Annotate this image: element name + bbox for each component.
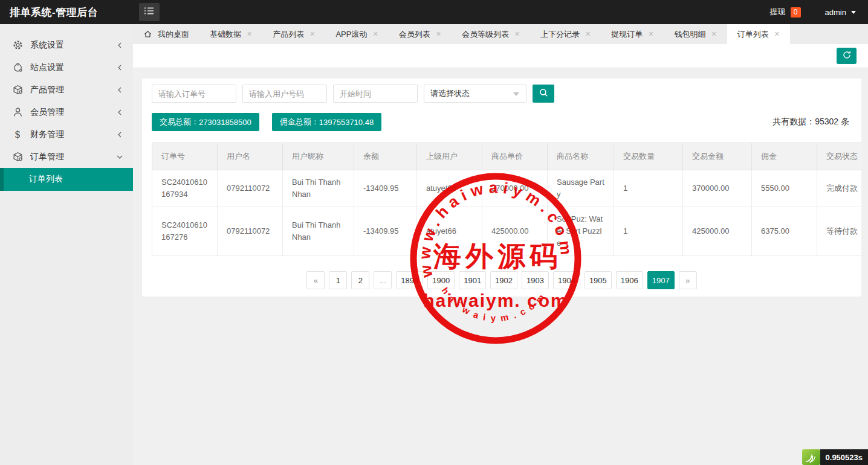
- table-cell: 1: [614, 207, 683, 256]
- page-button-1906[interactable]: 1906: [616, 271, 643, 289]
- sidebar-item-label: 站点设置: [30, 62, 116, 73]
- header-right: 提现 0 admin: [770, 7, 868, 18]
- table-cell: 5550.00: [752, 170, 817, 207]
- tab-我的桌面[interactable]: 我的桌面: [133, 24, 199, 44]
- tab-close-icon[interactable]: ✕: [247, 31, 252, 37]
- tab-close-icon[interactable]: ✕: [514, 31, 520, 37]
- orders-table-wrap: 订单号用户名用户昵称余额上级用户商品单价商品名称交易数量交易金额佣金交易状态 S…: [152, 143, 861, 256]
- page-prev-button[interactable]: «: [306, 271, 325, 289]
- column-header-佣金: 佣金: [752, 143, 817, 170]
- tab-close-icon[interactable]: ✕: [309, 31, 315, 37]
- select-caret-icon: [513, 92, 519, 99]
- tab-基础数据[interactable]: 基础数据✕: [199, 24, 262, 44]
- search-button[interactable]: [533, 85, 554, 103]
- start-time-input[interactable]: [333, 85, 418, 103]
- page-button-1902[interactable]: 1902: [490, 271, 517, 289]
- user-no-input[interactable]: [242, 85, 327, 103]
- app-title: 排单系统-管理后台: [0, 5, 133, 19]
- chevron-left-icon: [116, 64, 123, 71]
- withdraw-count-badge: 0: [791, 7, 801, 18]
- status-select[interactable]: 请选择状态: [424, 85, 526, 103]
- tab-bar: 我的桌面基础数据✕产品列表✕APP滚动✕会员列表✕会员等级列表✕上下分记录✕提现…: [133, 24, 868, 44]
- site-icon: [12, 62, 23, 73]
- table-cell: 等待付款: [817, 207, 862, 256]
- trade-total-value: 273031858500: [199, 118, 251, 127]
- home-icon: [143, 30, 152, 39]
- page-button-1[interactable]: 1: [329, 271, 347, 289]
- orders-table: 订单号用户名用户昵称余额上级用户商品单价商品名称交易数量交易金额佣金交易状态 S…: [152, 143, 861, 256]
- tab-close-icon[interactable]: ✕: [585, 31, 591, 37]
- page-ellipsis[interactable]: ...: [374, 271, 392, 289]
- table-cell: -13409.95: [354, 170, 417, 207]
- sidebar-item-label: 会员管理: [30, 107, 116, 118]
- thinkphp-logo-icon[interactable]: [802, 449, 820, 465]
- column-header-商品单价: 商品单价: [482, 143, 548, 170]
- tab-close-icon[interactable]: ✕: [436, 31, 441, 37]
- user-name: admin: [825, 8, 846, 17]
- sidebar-item-产品管理[interactable]: 产品管理: [0, 79, 133, 101]
- tab-上下分记录[interactable]: 上下分记录✕: [530, 24, 601, 44]
- tab-label: 产品列表: [273, 29, 304, 40]
- withdraw-link[interactable]: 提现: [770, 7, 786, 18]
- column-header-交易金额: 交易金额: [683, 143, 752, 170]
- table-cell: 425000.00: [683, 207, 752, 256]
- table-cell: 0792110072: [218, 207, 283, 256]
- chevron-down-icon: [116, 153, 123, 161]
- page-button-1904[interactable]: 1904: [553, 271, 580, 289]
- tab-label: APP滚动: [335, 29, 367, 40]
- table-cell: 6375.00: [752, 207, 817, 256]
- tab-close-icon[interactable]: ✕: [774, 31, 780, 37]
- member-icon: [12, 107, 23, 118]
- tab-会员列表[interactable]: 会员列表✕: [389, 24, 452, 44]
- column-header-上级用户: 上级用户: [417, 143, 482, 170]
- sidebar-item-订单管理[interactable]: 订单管理: [0, 146, 133, 168]
- page-button-2[interactable]: 2: [351, 271, 369, 289]
- commission-total-label: 佣金总额：: [280, 117, 319, 127]
- table-cell: atuyet66: [417, 207, 482, 256]
- tab-label: 会员列表: [399, 29, 430, 40]
- page-button-1899[interactable]: 1899: [396, 271, 423, 289]
- product-icon: [12, 85, 23, 95]
- tab-APP滚动[interactable]: APP滚动✕: [325, 24, 388, 44]
- page-button-1901[interactable]: 1901: [459, 271, 486, 289]
- table-cell: 425000.00: [482, 207, 548, 256]
- tab-订单列表[interactable]: 订单列表✕: [727, 24, 790, 44]
- sidebar-item-系统设置[interactable]: 系统设置: [0, 34, 133, 56]
- tab-label: 会员等级列表: [462, 29, 509, 40]
- table-row: SC240106101672760792110072Bui Thi Thanh …: [152, 207, 862, 256]
- column-header-用户名: 用户名: [218, 143, 283, 170]
- tab-close-icon[interactable]: ✕: [648, 31, 653, 37]
- table-cell: 1: [614, 170, 683, 207]
- trace-bar: 0.950523s: [802, 449, 868, 465]
- page-button-1907[interactable]: 1907: [647, 271, 675, 289]
- sidebar-item-会员管理[interactable]: 会员管理: [0, 101, 133, 123]
- tab-钱包明细[interactable]: 钱包明细✕: [664, 24, 727, 44]
- refresh-icon: [842, 50, 852, 62]
- refresh-button[interactable]: [837, 48, 857, 64]
- sidebar-nav: 系统设置站点设置产品管理会员管理$财务管理订单管理: [0, 34, 133, 168]
- sidebar-item-财务管理[interactable]: $财务管理: [0, 123, 133, 146]
- sidebar-item-label: 产品管理: [30, 85, 116, 95]
- sidebar-subitem-订单列表[interactable]: 订单列表: [0, 168, 133, 191]
- chevron-left-icon: [116, 131, 123, 138]
- sidebar-toggle-button[interactable]: [139, 3, 160, 21]
- sidebar-item-站点设置[interactable]: 站点设置: [0, 56, 133, 79]
- column-header-商品名称: 商品名称: [548, 143, 614, 170]
- page-button-1905[interactable]: 1905: [585, 271, 612, 289]
- tab-提现订单[interactable]: 提现订单✕: [601, 24, 664, 44]
- tab-会员等级列表[interactable]: 会员等级列表✕: [452, 24, 530, 44]
- user-menu[interactable]: admin: [825, 8, 856, 17]
- sidebar-item-label: 系统设置: [30, 40, 116, 51]
- page-next-button[interactable]: »: [679, 271, 697, 289]
- table-cell: 370000.00: [482, 170, 548, 207]
- sidebar-submenu: 订单列表: [0, 168, 133, 191]
- order-no-input[interactable]: [152, 85, 236, 103]
- page-button-1900[interactable]: 1900: [427, 271, 455, 289]
- tab-产品列表[interactable]: 产品列表✕: [262, 24, 325, 44]
- page-content: 请选择状态 交易总额：273031858500 佣金总额：1397553710.…: [133, 68, 868, 465]
- tab-close-icon[interactable]: ✕: [372, 31, 378, 37]
- tab-close-icon[interactable]: ✕: [711, 31, 717, 37]
- top-header: 排单系统-管理后台 提现 0 admin: [0, 0, 868, 24]
- page-button-1903[interactable]: 1903: [522, 271, 549, 289]
- chevron-left-icon: [116, 42, 123, 49]
